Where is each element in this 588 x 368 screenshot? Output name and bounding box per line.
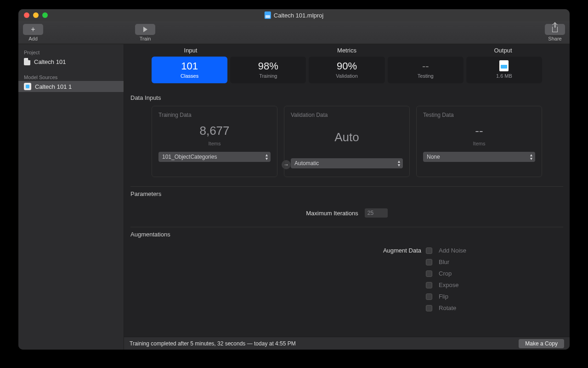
validation-data-select-value: Automatic: [294, 160, 319, 167]
augment-data-label: Augment Data: [227, 247, 421, 254]
toolbar: Add Train Share: [18, 21, 570, 44]
testing-data-title: Testing Data: [423, 112, 535, 118]
label-flip: Flip: [439, 293, 466, 300]
checkbox-rotate[interactable]: [426, 305, 432, 311]
testing-data-sub: Items: [423, 141, 535, 146]
data-input-panels: Training Data 8,677 Items 101_ObjectCate…: [124, 106, 570, 186]
metric-cards: 101 Classes 98% Training 90% Validation …: [124, 54, 570, 91]
play-icon: [143, 27, 147, 32]
parameters-row: Maximum Iterations 25: [124, 202, 570, 227]
plus-icon: [31, 25, 35, 34]
validation-data-value: Auto: [291, 130, 403, 144]
make-a-copy-label: Make a Copy: [525, 340, 558, 347]
add-button[interactable]: [23, 24, 43, 35]
header-metrics: Metrics: [230, 47, 464, 54]
label-blur: Blur: [439, 259, 466, 265]
label-expose: Expose: [439, 282, 466, 288]
metric-testing-value: --: [422, 60, 429, 72]
checkbox-crop[interactable]: [426, 270, 432, 277]
chevron-updown-icon: ▴▾: [398, 160, 400, 167]
sidebar-sources-header: Model Sources: [18, 72, 124, 81]
checkbox-blur[interactable]: [426, 259, 432, 265]
sidebar-source-label: Caltech 101 1: [35, 83, 72, 90]
metric-card-validation[interactable]: 90% Validation: [309, 57, 384, 83]
label-add-noise: Add Noise: [439, 247, 466, 254]
section-data-inputs: Data Inputs: [124, 91, 570, 106]
status-text: Training completed after 5 minutes, 32 s…: [130, 340, 296, 347]
window-title-text: Caltech 101.mlproj: [274, 12, 323, 19]
testing-data-value: --: [423, 124, 535, 138]
metric-card-input[interactable]: 101 Classes: [152, 57, 227, 83]
sidebar-project-item[interactable]: Caltech 101: [18, 56, 124, 67]
minimize-window-button[interactable]: [33, 12, 39, 18]
metric-output-value: 1.6 MB: [496, 73, 512, 79]
metric-training-label: Training: [259, 73, 277, 79]
panel-testing-data: Testing Data -- Items None ▴▾: [416, 106, 542, 177]
add-group: Add: [23, 24, 43, 41]
training-data-title: Training Data: [158, 112, 271, 118]
titlebar: Caltech 101.mlproj: [18, 9, 570, 21]
max-iterations-label: Maximum Iterations: [306, 210, 358, 217]
mlmodel-icon: [499, 60, 509, 71]
validation-data-select[interactable]: Automatic ▴▾: [291, 158, 403, 168]
make-a-copy-button[interactable]: Make a Copy: [519, 339, 564, 348]
metric-headers: Input Metrics Output: [124, 44, 570, 54]
train-label: Train: [140, 36, 151, 41]
testing-data-select[interactable]: None ▴▾: [423, 152, 535, 162]
app-window: Caltech 101.mlproj Add Train Share Proje…: [18, 9, 570, 350]
share-group: Share: [545, 24, 565, 41]
metric-validation-label: Validation: [336, 73, 358, 79]
status-bar: Training completed after 5 minutes, 32 s…: [124, 337, 570, 350]
model-icon: [24, 83, 31, 90]
metric-training-value: 98%: [258, 60, 278, 72]
testing-data-select-value: None: [427, 154, 440, 160]
checkbox-flip[interactable]: [426, 293, 432, 300]
panel-validation-data: Validation Data Auto Automatic ▴▾: [284, 106, 410, 177]
section-augmentations: Augmentations: [124, 227, 570, 242]
training-data-sub: Items: [158, 141, 271, 146]
metric-testing-label: Testing: [418, 73, 434, 79]
main-content: Input Metrics Output 101 Classes 98% Tra…: [124, 44, 570, 350]
file-icon: [24, 58, 30, 65]
close-window-button[interactable]: [24, 12, 29, 18]
max-iterations-value: 25: [368, 210, 373, 216]
document-icon: [265, 12, 271, 19]
share-icon: [552, 27, 558, 32]
chevron-updown-icon: ▴▾: [266, 153, 268, 161]
sidebar-project-header: Project: [18, 47, 124, 56]
metric-validation-value: 90%: [337, 60, 357, 72]
panel-training-data: Training Data 8,677 Items 101_ObjectCate…: [152, 106, 277, 177]
train-button[interactable]: [135, 24, 155, 35]
metric-input-value: 101: [181, 60, 198, 72]
window-controls: [24, 12, 48, 18]
checkbox-add-noise[interactable]: [426, 247, 432, 254]
training-data-value: 8,677: [158, 124, 271, 138]
checkbox-expose[interactable]: [426, 282, 432, 288]
share-button[interactable]: [545, 24, 565, 35]
train-group: Train: [135, 24, 155, 41]
window-title: Caltech 101.mlproj: [265, 12, 323, 19]
add-label: Add: [28, 36, 38, 41]
metric-card-testing[interactable]: -- Testing: [388, 57, 464, 83]
header-output: Output: [464, 47, 542, 54]
augment-grid: Augment Data Add Noise Blur Crop Expose …: [227, 247, 466, 311]
training-data-select[interactable]: 101_ObjectCategories ▴▾: [158, 152, 271, 162]
label-rotate: Rotate: [439, 305, 466, 311]
sidebar-model-source-item[interactable]: Caltech 101 1: [18, 81, 124, 92]
training-data-select-value: 101_ObjectCategories: [162, 154, 217, 160]
metric-card-output[interactable]: 1.6 MB: [466, 57, 542, 83]
sidebar-project-label: Caltech 101: [34, 58, 66, 65]
metric-card-training[interactable]: 98% Training: [230, 57, 306, 83]
zoom-window-button[interactable]: [42, 12, 48, 18]
header-input: Input: [152, 47, 230, 54]
label-crop: Crop: [439, 270, 466, 277]
sidebar: Project Caltech 101 Model Sources Caltec…: [18, 44, 124, 350]
max-iterations-input[interactable]: 25: [365, 208, 388, 218]
chevron-updown-icon: ▴▾: [530, 153, 532, 161]
validation-data-title: Validation Data: [291, 112, 403, 118]
section-parameters: Parameters: [124, 187, 570, 202]
share-label: Share: [548, 36, 561, 41]
metric-input-label: Classes: [181, 73, 198, 79]
